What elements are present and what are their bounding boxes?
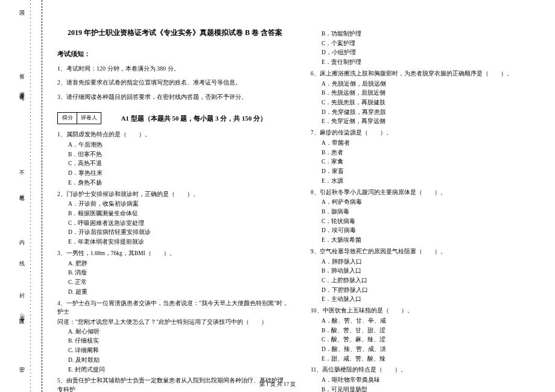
instruction-3: 3、请仔细阅读各种题目的回答要求，在密封线内答题，否则不予评分。 bbox=[57, 92, 293, 102]
q7-opt-d: D．家畜 bbox=[322, 167, 546, 176]
q10-opt-a: A．酸、苦、甘、辛、咸 bbox=[322, 317, 546, 326]
q4-opt-c: C. 详细阐释 bbox=[68, 346, 293, 355]
question-10: 10、中医饮食上五味指的是（ ）。 bbox=[311, 306, 546, 315]
q5-opt-d: D．小组护理 bbox=[322, 48, 546, 57]
q9-opt-d: D．下腔静脉入口 bbox=[322, 286, 546, 295]
q9-opt-b: B．肺动脉入口 bbox=[322, 267, 546, 276]
q10-opt-b: B．酸、苦、甘、甜、涩 bbox=[322, 326, 546, 335]
q3-opt-d: D. 超重 bbox=[68, 288, 293, 297]
right-column: B．功能制护理 C．个案护理 D．小组护理 E．责任制护理 6、床上擦浴擦洗上肢… bbox=[311, 12, 546, 392]
binding-label: 不 bbox=[18, 166, 26, 167]
q8-opt-c: C．轮状病毒 bbox=[322, 217, 546, 226]
q1-opt-a: A．午后潮热 bbox=[68, 141, 293, 150]
exam-title: 2019 年护士职业资格证考试《专业实务》真题模拟试卷 B 卷 含答案 bbox=[57, 27, 293, 39]
notice-heading: 考试须知： bbox=[57, 49, 293, 59]
q10-opt-e: E．甜、咸、苦、酸、辣 bbox=[322, 355, 546, 364]
q6-opt-e: E．先穿近侧，再穿远侧 bbox=[322, 117, 546, 126]
q7-opt-a: A．带菌者 bbox=[322, 139, 546, 148]
question-3: 3、一男性，1.68m，76kg，其BMI（ ）。 bbox=[57, 249, 293, 258]
binding-label: 姓名 bbox=[18, 190, 26, 192]
question-4-line2: 问道："您刚才说您早上大便怎么了？"此护士特别运用了交谈技巧中的（ ） bbox=[57, 318, 293, 327]
question-2: 2、门诊护士安排候诊和就诊时，正确的是（ ）。 bbox=[57, 190, 293, 199]
q5-opt-c: C．个案护理 bbox=[322, 39, 546, 48]
q4-opt-e: E. 封闭式提问 bbox=[68, 365, 293, 375]
q2-opt-b: B．根据医嘱测量生命体征 bbox=[68, 209, 293, 218]
question-6: 6、床上擦浴擦洗上肢和胸腹部时，为患者脱穿衣服的正确顺序是（ ）。 bbox=[311, 69, 546, 78]
q6-opt-d: D．先穿健肢，再穿患肢 bbox=[322, 108, 546, 117]
q2-opt-c: C．呼吸困难者送急诊室处理 bbox=[68, 219, 293, 228]
page-footer: 第 1 页 共 17 页 bbox=[0, 381, 555, 388]
q8-opt-d: D．埃可病毒 bbox=[322, 226, 546, 235]
q7-opt-c: C．家禽 bbox=[322, 157, 546, 166]
q3-opt-c: C. 正常 bbox=[68, 278, 293, 287]
q9-opt-a: A．肺静脉入口 bbox=[322, 258, 546, 267]
q8-opt-e: E．大肠埃希菌 bbox=[322, 236, 546, 245]
binding-label: 内 bbox=[18, 235, 26, 236]
q5-opt-b: B．功能制护理 bbox=[322, 30, 546, 39]
binding-label: 国 bbox=[18, 6, 26, 7]
q8-opt-b: B．腺病毒 bbox=[322, 207, 546, 217]
score-col-score: 得分 bbox=[58, 113, 77, 124]
binding-label: 省（市区） bbox=[18, 311, 26, 317]
question-9: 9、空气栓塞导致死亡的原因是气栓阻塞（ ）。 bbox=[311, 247, 546, 256]
q4-opt-a: A. 耐心倾听 bbox=[68, 327, 293, 337]
q2-opt-d: D．开诊后按病情轻重安排就诊 bbox=[68, 228, 293, 237]
q1-opt-e: E．身热不扬 bbox=[68, 179, 293, 188]
q10-opt-d: D．酸、辣、苦、咸、淡 bbox=[322, 345, 546, 354]
section-a-title: A1 型题（本题共 50 题，每小题 3 分，共 150 分） bbox=[121, 113, 267, 124]
q1-opt-c: C．高热不退 bbox=[68, 159, 293, 168]
q7-opt-b: B．患者 bbox=[322, 148, 546, 157]
q2-opt-a: A．开诊前，收集初诊病案 bbox=[68, 200, 293, 209]
q5-opt-e: E．责任制护理 bbox=[322, 58, 546, 67]
q6-opt-b: B．先脱远侧，后脱近侧 bbox=[322, 89, 546, 98]
q2-opt-e: E．年老体弱者安排提前就诊 bbox=[68, 238, 293, 247]
instruction-2: 2、请首先按要求在试卷的指定位置填写您的姓名、准考证号等信息。 bbox=[57, 78, 293, 87]
binding-label: 准考证号 bbox=[18, 87, 26, 92]
binding-label: 密 bbox=[18, 362, 26, 363]
score-col-grader: 评卷人 bbox=[77, 113, 101, 124]
q8-opt-a: A．柯萨奇病毒 bbox=[322, 198, 546, 207]
q3-opt-a: A. 肥胖 bbox=[68, 259, 293, 268]
question-4-line1: 4、一护士在与一位胃溃疡患者交谈中，当患者说道："我今天早上大便颜色特别黑"时，… bbox=[57, 299, 293, 317]
question-1: 1、属阴虚发热特点的是（ ）。 bbox=[57, 130, 293, 139]
q9-opt-c: C．上腔静脉入口 bbox=[322, 276, 546, 285]
q1-opt-d: D．寒热往来 bbox=[68, 169, 293, 178]
q6-opt-c: C．先脱患肢，再脱健肢 bbox=[322, 98, 546, 107]
binding-label: 线 bbox=[18, 256, 26, 258]
q6-opt-a: A．先脱近侧，后脱远侧 bbox=[322, 80, 546, 89]
question-11: 11、高位肠梗阻的特点是（ ）。 bbox=[311, 365, 546, 375]
q9-opt-e: E．主动脉入口 bbox=[322, 295, 546, 304]
q1-opt-b: B．但寒不热 bbox=[68, 150, 293, 159]
q10-opt-c: C．酸、苦、麻、辣、涩 bbox=[322, 335, 546, 344]
q4-opt-d: D. 及时鼓励 bbox=[68, 356, 293, 365]
q3-opt-b: B. 消瘦 bbox=[68, 268, 293, 277]
instruction-1: 1、考试时间：120 分钟，本卷满分为 380 分。 bbox=[57, 64, 293, 74]
score-table: 得分 评卷人 bbox=[57, 112, 101, 124]
binding-label: 封 bbox=[18, 288, 26, 289]
question-7: 7、麻疹的传染源是（ ）。 bbox=[311, 128, 546, 138]
q7-opt-e: E．水源 bbox=[322, 177, 546, 186]
question-8: 8、引起秋冬季小儿腹泻的主要病原体是（ ）。 bbox=[311, 188, 546, 197]
q4-opt-b: B. 仔细核实 bbox=[68, 337, 293, 346]
binding-label: 答 bbox=[18, 69, 26, 71]
left-column: 2019 年护士职业资格证考试《专业实务》真题模拟试卷 B 卷 含答案 考试须知… bbox=[57, 12, 293, 392]
